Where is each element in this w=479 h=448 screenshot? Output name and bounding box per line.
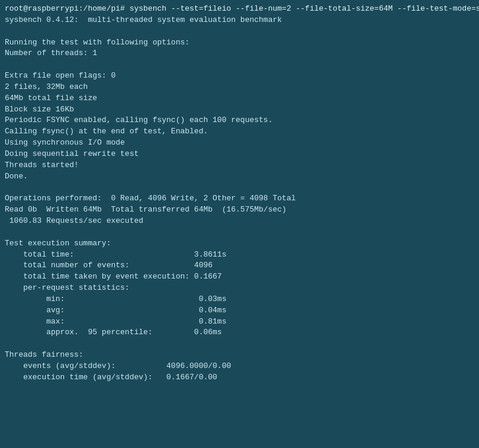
- terminal-line-fsync2: Calling fsync() at the end of test, Enab…: [5, 126, 474, 137]
- terminal-line-fairness: Threads fairness:: [5, 350, 474, 361]
- terminal-line-totaltime_label: total time: 3.8611s: [5, 249, 474, 261]
- terminal-line-fsync1: Periodic FSYNC enabled, calling fsync() …: [5, 115, 474, 126]
- terminal-line-done: Done.: [5, 171, 474, 183]
- blank-line: [5, 338, 474, 350]
- blank-line: [5, 26, 474, 37]
- terminal-line-events_fair: events (avg/stddev): 4096.0000/0.00: [5, 361, 474, 372]
- blank-line: [5, 183, 474, 194]
- terminal-line-running: Running the test with following options:: [5, 37, 474, 49]
- terminal-output: root@raspberrypi:/home/pi# sysbench --te…: [5, 4, 474, 383]
- terminal-line-eventtime_label: total time taken by event execution: 0.1…: [5, 271, 474, 283]
- terminal-line-requests: 1060.83 Requests/sec executed: [5, 216, 474, 227]
- terminal-line-flags: Extra file open flags: 0: [5, 71, 474, 82]
- terminal-line-total: 64Mb total file size: [5, 93, 474, 104]
- terminal-line-cmd: root@raspberrypi:/home/pi# sysbench --te…: [5, 4, 474, 15]
- terminal-line-sequential: Doing sequential rewrite test: [5, 149, 474, 160]
- terminal-line-transfer: Read 0b Written 64Mb Total transferred 6…: [5, 204, 474, 216]
- terminal-line-events_label: total number of events: 4096: [5, 260, 474, 271]
- terminal-line-files: 2 files, 32Mb each: [5, 82, 474, 93]
- terminal-line-threads: Number of threads: 1: [5, 48, 474, 59]
- terminal-line-version: sysbench 0.4.12: multi-threaded system e…: [5, 15, 474, 26]
- terminal-line-exectime_fair: execution time (avg/stddev): 0.1667/0.00: [5, 372, 474, 383]
- terminal-line-min_label: min: 0.03ms: [5, 294, 474, 305]
- terminal-line-summary: Test execution summary:: [5, 238, 474, 249]
- terminal-line-percentile_label: approx. 95 percentile: 0.06ms: [5, 327, 474, 338]
- terminal-line-started: Threads started!: [5, 160, 474, 171]
- terminal-line-iomode: Using synchronous I/O mode: [5, 137, 474, 149]
- blank-line: [5, 227, 474, 238]
- terminal-line-ops: Operations performed: 0 Read, 4096 Write…: [5, 193, 474, 204]
- terminal-line-max_label: max: 0.81ms: [5, 316, 474, 328]
- blank-line: [5, 59, 474, 71]
- terminal-line-avg_label: avg: 0.04ms: [5, 305, 474, 316]
- terminal-line-block: Block size 16Kb: [5, 104, 474, 116]
- terminal-line-perstats_label: per-request statistics:: [5, 283, 474, 294]
